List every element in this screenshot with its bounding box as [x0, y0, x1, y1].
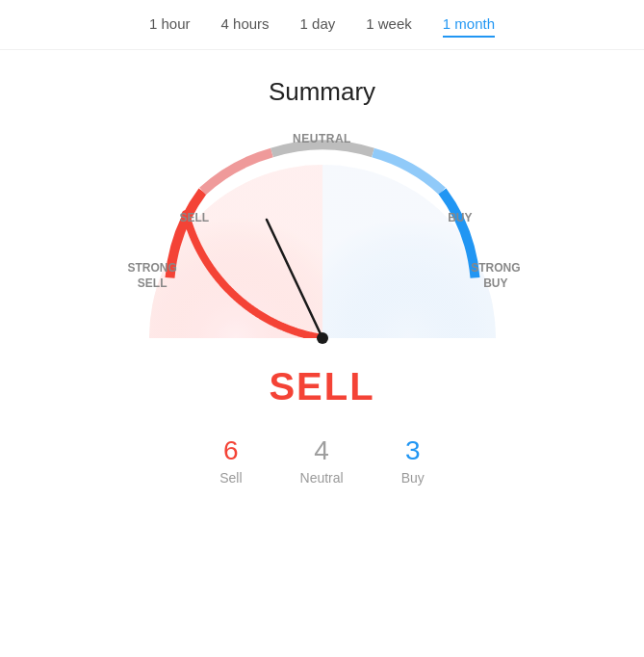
- stat-sell-number: 6: [223, 435, 239, 466]
- gauge-labels: NEUTRAL SELL BUY STRONG SELL STRONG BUY: [120, 136, 525, 348]
- label-buy: BUY: [448, 211, 472, 224]
- result-label: SELL: [269, 365, 374, 408]
- gauge-widget: NEUTRAL SELL BUY STRONG SELL STRONG BUY: [120, 136, 525, 348]
- stat-buy: 3 Buy: [401, 435, 425, 486]
- stat-sell-label: Sell: [219, 470, 242, 486]
- summary-title: Summary: [269, 77, 375, 107]
- stats-row: 6 Sell 4 Neutral 3 Buy: [219, 435, 425, 486]
- tab-1day[interactable]: 1 day: [300, 15, 336, 38]
- tab-1week[interactable]: 1 week: [366, 15, 412, 38]
- tab-1month[interactable]: 1 month: [443, 15, 495, 38]
- stat-neutral: 4 Neutral: [300, 435, 344, 486]
- stat-neutral-number: 4: [314, 435, 329, 466]
- stat-buy-number: 3: [405, 435, 421, 466]
- summary-section: Summary: [0, 50, 644, 486]
- label-strong-buy: STRONG BUY: [471, 261, 520, 291]
- tab-1hour[interactable]: 1 hour: [149, 15, 191, 38]
- tab-4hours[interactable]: 4 hours: [221, 15, 270, 38]
- time-period-tabs: 1 hour 4 hours 1 day 1 week 1 month: [0, 0, 644, 50]
- stat-sell: 6 Sell: [219, 435, 242, 486]
- stat-neutral-label: Neutral: [300, 470, 344, 486]
- label-neutral: NEUTRAL: [293, 132, 351, 145]
- label-sell: SELL: [180, 211, 210, 224]
- label-strong-sell: STRONG SELL: [128, 261, 177, 291]
- stat-buy-label: Buy: [401, 470, 425, 486]
